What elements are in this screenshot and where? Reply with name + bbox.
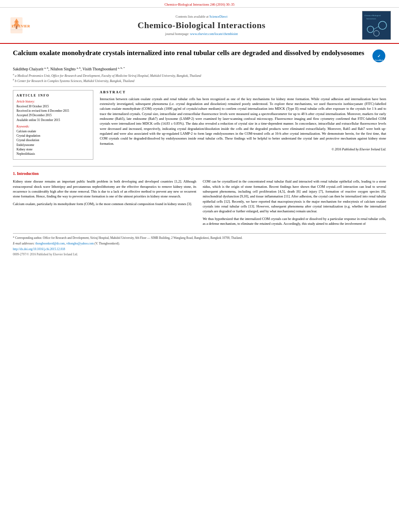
elsevier-logo-icon: ELSEVIER [8, 15, 41, 35]
accepted-date: Accepted 29 December 2015 [16, 113, 90, 117]
intro-para-3: COM can be crystallized in the concentra… [203, 179, 386, 214]
body-divider [13, 166, 386, 166]
svg-rect-5 [16, 26, 17, 29]
keyword-5: Kidney stone [16, 147, 90, 152]
info-abstract-section: ARTICLE INFO Article history: Received 3… [13, 90, 386, 163]
abstract-section: ABSTRACT Interaction between calcium oxa… [100, 90, 386, 151]
intro-para-4: We thus hypothesized that the internaliz… [203, 216, 386, 226]
article-title-section: Calcium oxalate monohydrate crystals int… [13, 49, 386, 63]
affiliations: a a Medical Proteomics Unit, Office for … [13, 73, 386, 83]
introduction-section: 1. Introduction [13, 171, 386, 176]
keyword-6: Nephrolithiasis [16, 152, 90, 156]
intro-para-1: Kidney stone disease remains an importan… [13, 179, 196, 199]
abstract-col: ABSTRACT Interaction between calcium oxa… [100, 90, 386, 163]
keyword-3: Crystal dissolution [16, 138, 90, 142]
elsevier-logo-area: ELSEVIER [6, 11, 43, 40]
crossmark-icon: ✓ CrossMark [372, 49, 385, 62]
email-note: E-mail addresses: thongboonkerd@dr.com, … [13, 242, 386, 246]
journal-cover-image: Chemico-Biological Interactions [362, 11, 391, 40]
journal-title: Chemico-Biological Interactions [43, 20, 360, 31]
section-number: 1. [13, 171, 16, 176]
keyword-4: Endolysosome [16, 143, 90, 147]
abstract-title: ABSTRACT [100, 90, 386, 94]
email-link-1[interactable]: thongboonkerd@dr.com [35, 242, 65, 245]
section-heading: 1. Introduction [13, 171, 386, 176]
intro-para-2: Calcium oxalate, particularly its monohy… [13, 201, 196, 206]
svg-text:CrossMark: CrossMark [375, 59, 383, 61]
sciencedirect-link[interactable]: ScienceDirect [210, 15, 228, 18]
journal-header: ELSEVIER Contents lists available at Sci… [0, 8, 399, 44]
journal-cover-area: Chemico-Biological Interactions [360, 11, 393, 40]
keywords-label: Keywords: [16, 125, 90, 128]
body-right-col: COM can be crystallized in the concentra… [203, 179, 386, 228]
corresponding-author-note: * Corresponding author. Office for Resea… [13, 236, 386, 240]
body-left-col: Kidney stone disease remains an importan… [13, 179, 196, 228]
header-divider [13, 86, 386, 87]
authors-line: Sakdithep Chaiyarit a, b, Nilubon Singht… [13, 66, 386, 71]
page: Chemico-Biological Interactions 246 (201… [0, 0, 399, 532]
email-link-2[interactable]: vthongbo@yahoo.com [66, 242, 94, 245]
journal-homepage: journal homepage: www.elsevier.com/locat… [43, 32, 360, 36]
affiliation-a: a a Medical Proteomics Unit, Office for … [13, 73, 386, 78]
article-title: Calcium oxalate monohydrate crystals int… [13, 49, 367, 58]
contents-available: Contents lists available at ScienceDirec… [43, 15, 360, 18]
keyword-1: Calcium oxalate [16, 129, 90, 134]
journal-citation-bar: Chemico-Biological Interactions 246 (201… [0, 0, 399, 8]
abstract-text: Interaction between calcium oxalate crys… [100, 97, 386, 146]
homepage-link[interactable]: www.elsevier.com/locate/chembioint [190, 32, 238, 36]
journal-citation: Chemico-Biological Interactions 246 (201… [165, 2, 234, 6]
svg-text:Interactions: Interactions [366, 18, 376, 20]
footnote-area: * Corresponding author. Office for Resea… [13, 233, 386, 256]
article-history: Article history: Received 30 October 201… [16, 100, 90, 122]
history-label: Article history: [16, 100, 90, 103]
copyright-line: © 2016 Published by Elsevier Ireland Ltd… [100, 148, 386, 151]
keyword-2: Crystal degradation [16, 134, 90, 138]
journal-header-center: Contents lists available at ScienceDirec… [43, 11, 360, 40]
received-revised-date: Received in revised form 4 December 2015 [16, 109, 90, 113]
doi-line: http://dx.doi.org/10.1016/j.cbi.2015.12.… [13, 247, 386, 251]
received-date: Received 30 October 2015 [16, 104, 90, 109]
body-two-col: Kidney stone disease remains an importan… [13, 179, 386, 228]
copyright-bottom: 0009-2797/© 2016 Published by Elsevier I… [13, 253, 386, 256]
article-info-col: ARTICLE INFO Article history: Received 3… [13, 90, 93, 163]
doi-link[interactable]: http://dx.doi.org/10.1016/j.cbi.2015.12.… [13, 247, 65, 251]
section-title: Introduction [17, 171, 39, 176]
svg-text:✓: ✓ [377, 54, 380, 58]
available-online-date: Available online 31 December 2015 [16, 118, 90, 122]
keywords-section: Keywords: Calcium oxalate Crystal degrad… [16, 125, 90, 156]
crossmark-area: ✓ CrossMark [372, 49, 386, 63]
svg-text:Chemico-Biological: Chemico-Biological [364, 14, 381, 16]
article-content: Calcium oxalate monohydrate crystals int… [0, 44, 399, 261]
article-info-box: ARTICLE INFO Article history: Received 3… [13, 90, 93, 160]
article-info-title: ARTICLE INFO [16, 94, 90, 97]
affiliation-b: b b Center for Research in Complex Syste… [13, 78, 386, 83]
